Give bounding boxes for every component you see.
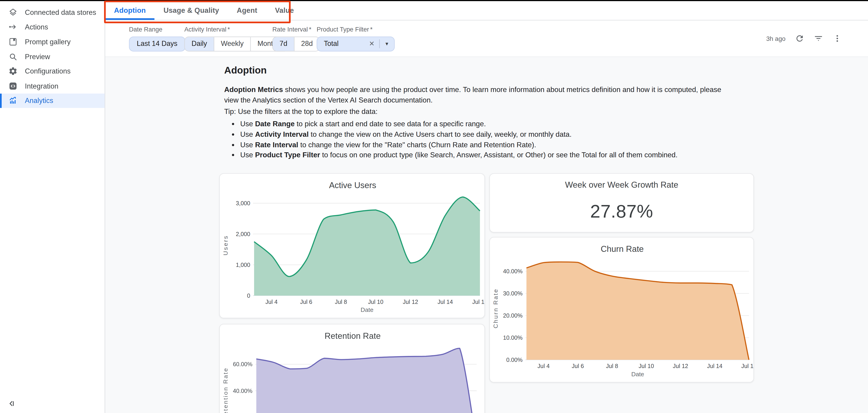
svg-text:Retention Rate: Retention Rate xyxy=(222,367,229,413)
list-item: Use Date Range to pick a start and end d… xyxy=(240,119,678,129)
activity-interval-option-weekly[interactable]: Weekly xyxy=(214,37,250,51)
svg-text:3,000: 3,000 xyxy=(236,200,250,206)
sidebar: Connected data stores Actions Prompt gal… xyxy=(0,1,105,413)
svg-text:Jul 14: Jul 14 xyxy=(707,363,722,369)
activity-interval-option-daily[interactable]: Daily xyxy=(185,37,214,51)
product-type-filter-label: Product Type Filter* xyxy=(317,26,395,32)
svg-text:Jul 6: Jul 6 xyxy=(300,298,312,305)
sidebar-item-configurations[interactable]: Configurations xyxy=(0,64,104,78)
svg-text:Active Users: Active Users xyxy=(329,181,376,190)
svg-text:Jul 16: Jul 16 xyxy=(741,363,754,369)
svg-text:2,000: 2,000 xyxy=(236,231,250,237)
last-refreshed-text: 3h ago xyxy=(766,35,785,42)
card-title: Week over Week Growth Rate xyxy=(490,180,753,189)
sidebar-item-label: Integration xyxy=(25,82,58,90)
list-item: Use Product Type Filter to focus on one … xyxy=(240,150,678,161)
sidebar-item-label: Analytics xyxy=(25,97,53,105)
sidebar-item-label: Configurations xyxy=(25,67,70,75)
svg-text:40.00%: 40.00% xyxy=(503,268,522,275)
svg-text:Date: Date xyxy=(361,307,373,313)
svg-text:60.00%: 60.00% xyxy=(233,361,252,367)
sidebar-item-label: Preview xyxy=(25,52,50,61)
svg-text:Jul 12: Jul 12 xyxy=(403,298,418,305)
toolbar-right-cluster: 3h ago xyxy=(766,20,842,57)
svg-text:Churn Rate: Churn Rate xyxy=(601,244,644,254)
svg-text:0: 0 xyxy=(247,292,250,299)
svg-text:Retention Rate: Retention Rate xyxy=(324,331,381,341)
sidebar-item-prompt-gallery[interactable]: Prompt gallery xyxy=(0,34,104,49)
rate-interval-segmented-control: 7d 28d xyxy=(272,36,320,51)
code-icon xyxy=(8,81,18,91)
svg-text:Users: Users xyxy=(222,235,229,255)
rate-interval-filter: Rate Interval* 7d 28d xyxy=(272,26,320,51)
product-type-filter-value: Total xyxy=(317,40,364,48)
chevron-down-icon[interactable]: ▼ xyxy=(379,41,394,46)
active-users-chart-card: 01,0002,0003,000Jul 4Jul 6Jul 8Jul 10Jul… xyxy=(219,173,485,318)
sidebar-nav: Connected data stores Actions Prompt gal… xyxy=(0,1,104,108)
sidebar-item-actions[interactable]: Actions xyxy=(0,20,104,34)
clear-filter-icon[interactable]: ✕ xyxy=(365,40,379,48)
app-window: Connected data stores Actions Prompt gal… xyxy=(0,0,868,413)
action-arrow-icon xyxy=(8,22,18,32)
analytics-tab-bar: Adoption Usage & Quality Agent Value xyxy=(105,1,868,20)
tab-agent[interactable]: Agent xyxy=(228,1,266,20)
product-type-filter: Product Type Filter* Total ✕ ▼ xyxy=(317,26,395,51)
sidebar-item-label: Connected data stores xyxy=(25,8,96,17)
date-range-chip[interactable]: Last 14 Days xyxy=(129,36,185,51)
intro-paragraph: Adoption Metrics shows you how people ar… xyxy=(224,85,736,105)
filter-list-icon[interactable] xyxy=(814,34,823,43)
svg-text:Jul 10: Jul 10 xyxy=(368,298,383,305)
svg-text:Jul 12: Jul 12 xyxy=(673,363,688,369)
collapse-sidebar-button[interactable] xyxy=(7,399,17,409)
svg-text:Date: Date xyxy=(631,371,644,378)
tab-usage-quality[interactable]: Usage & Quality xyxy=(155,1,228,20)
svg-text:Jul 8: Jul 8 xyxy=(606,363,618,369)
svg-text:Jul 14: Jul 14 xyxy=(437,298,453,305)
svg-text:0.00%: 0.00% xyxy=(506,357,522,363)
list-item: Use Activity Interval to change the view… xyxy=(240,129,678,140)
filter-toolbar: Date Range Last 14 Days Activity Interva… xyxy=(105,20,868,57)
date-range-filter: Date Range Last 14 Days xyxy=(129,26,185,51)
svg-text:10.00%: 10.00% xyxy=(503,335,522,341)
date-range-label: Date Range xyxy=(129,26,185,32)
svg-text:20.00%: 20.00% xyxy=(503,312,522,319)
refresh-icon[interactable] xyxy=(795,34,804,43)
layers-icon xyxy=(8,7,18,17)
churn-rate-plot: 0.00%10.00%20.00%30.00%40.00%Jul 4Jul 6J… xyxy=(490,237,754,382)
product-type-filter-select[interactable]: Total ✕ ▼ xyxy=(317,36,395,51)
tab-adoption[interactable]: Adoption xyxy=(105,1,155,20)
retention-rate-plot: 0.00%20.00%40.00%60.00%Jul 4Jul 6Jul 8Ju… xyxy=(220,324,485,413)
window-top-edge xyxy=(0,0,868,1)
gear-icon xyxy=(8,66,18,76)
screenshot-viewport: Connected data stores Actions Prompt gal… xyxy=(0,0,868,413)
sidebar-item-connected-data-stores[interactable]: Connected data stores xyxy=(0,5,104,20)
svg-text:Jul 6: Jul 6 xyxy=(572,363,584,369)
churn-rate-chart-card: 0.00%10.00%20.00%30.00%40.00%Jul 4Jul 6J… xyxy=(489,237,754,383)
growth-rate-value: 27.87% xyxy=(490,201,753,222)
rate-interval-option-28d[interactable]: 28d xyxy=(294,37,320,51)
sidebar-item-integration[interactable]: Integration xyxy=(0,78,104,93)
sidebar-item-label: Prompt gallery xyxy=(25,38,70,46)
sidebar-item-label: Actions xyxy=(25,23,48,31)
more-vertical-icon[interactable] xyxy=(833,34,842,43)
svg-text:Jul 16: Jul 16 xyxy=(472,298,485,305)
rate-interval-option-7d[interactable]: 7d xyxy=(273,37,294,51)
svg-text:Churn Rate: Churn Rate xyxy=(492,288,499,328)
retention-rate-chart-card: 0.00%20.00%40.00%60.00%Jul 4Jul 6Jul 8Ju… xyxy=(219,324,485,413)
rate-interval-label: Rate Interval* xyxy=(272,26,320,32)
svg-text:40.00%: 40.00% xyxy=(233,388,252,394)
active-users-plot: 01,0002,0003,000Jul 4Jul 6Jul 8Jul 10Jul… xyxy=(220,174,485,318)
tab-value[interactable]: Value xyxy=(266,1,303,20)
svg-text:Jul 10: Jul 10 xyxy=(639,363,654,369)
svg-text:Jul 4: Jul 4 xyxy=(537,363,550,369)
sidebar-item-preview[interactable]: Preview xyxy=(0,49,104,64)
list-item: Use Rate Interval to change the view for… xyxy=(240,140,678,150)
prompt-gallery-icon xyxy=(8,37,18,46)
main-content: Adoption Adoption Metrics shows you how … xyxy=(105,57,868,413)
sidebar-item-analytics[interactable]: Analytics xyxy=(0,93,104,108)
svg-text:1,000: 1,000 xyxy=(236,262,250,268)
tips-list: Use Date Range to pick a start and end d… xyxy=(226,119,678,160)
tip-text: Tip: Use the filters at the top to explo… xyxy=(224,107,378,116)
svg-text:30.00%: 30.00% xyxy=(503,290,522,296)
svg-text:Jul 8: Jul 8 xyxy=(335,298,347,305)
